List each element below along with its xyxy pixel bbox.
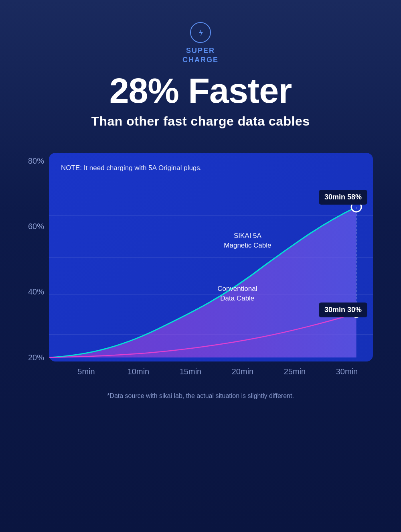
cable-label-conventional: Conventional Data Cable	[217, 284, 257, 303]
header-section: SUPER CHARGE	[182, 22, 219, 65]
x-label-25min: 25min	[269, 367, 321, 376]
chart-svg	[49, 153, 373, 361]
badge-bottom: 30min 30%	[319, 303, 367, 317]
y-label-80: 80%	[28, 157, 44, 165]
cable-label-sikai: SIKAI 5A Magnetic Cable	[224, 231, 271, 250]
chart-wrapper: 80% 60% 40% 20%	[28, 153, 373, 361]
brand-logo-icon	[190, 22, 211, 43]
y-axis: 80% 60% 40% 20%	[28, 153, 49, 361]
x-label-5min: 5min	[60, 367, 112, 376]
x-axis: 5min 10min 15min 20min 25min 30min	[60, 367, 373, 376]
chart-area: NOTE: It need charging with 5A Original …	[49, 153, 373, 361]
brand-name: SUPER CHARGE	[182, 46, 219, 65]
y-label-20: 20%	[28, 353, 44, 361]
badge-top: 30min 58%	[319, 190, 367, 205]
footnote: *Data source with sikai lab, the actual …	[107, 392, 294, 400]
x-label-20min: 20min	[217, 367, 269, 376]
y-label-40: 40%	[28, 288, 44, 296]
chart-container: 80% 60% 40% 20%	[28, 153, 373, 376]
x-label-15min: 15min	[164, 367, 217, 376]
x-label-30min: 30min	[321, 367, 373, 376]
chart-note: NOTE: It need charging with 5A Original …	[61, 164, 202, 172]
page-headline: 28% Faster	[109, 73, 292, 108]
page-subheadline: Than other fast charge data cables	[91, 114, 310, 129]
x-label-10min: 10min	[112, 367, 164, 376]
y-label-60: 60%	[28, 222, 44, 230]
